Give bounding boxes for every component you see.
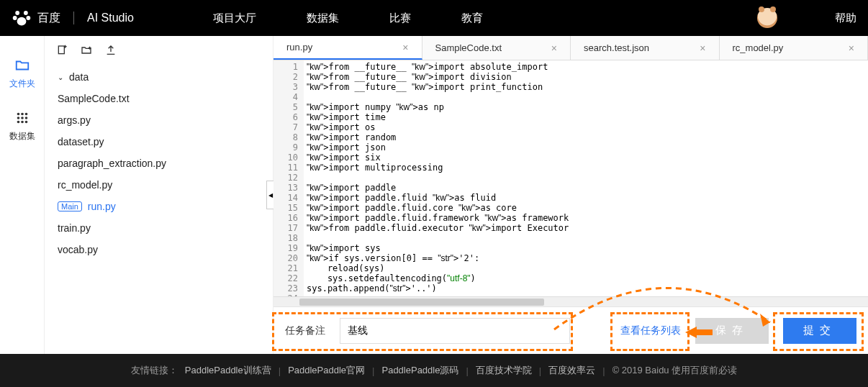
logo-baidu-text: 百度 — [37, 11, 60, 26]
line-gutter: 123456789101112131415161718192021222324 — [273, 60, 304, 296]
svg-point-11 — [17, 121, 19, 124]
logo-studio-text: AI Studio — [87, 12, 134, 24]
svg-point-10 — [24, 117, 27, 119]
tree-file[interactable]: args.py — [45, 109, 273, 131]
close-icon[interactable]: × — [551, 42, 557, 54]
file-tree: ⌄data SampleCode.txt args.py dataset.py … — [45, 63, 273, 263]
tree-file[interactable]: vocab.py — [45, 239, 273, 260]
help-link[interactable]: 帮助 — [835, 12, 856, 25]
file-panel: ⌄data SampleCode.txt args.py dataset.py … — [45, 36, 273, 354]
task-remark-label: 任务备注 — [285, 324, 325, 337]
sidebar-datasets-label: 数据集 — [9, 130, 35, 142]
svg-point-6 — [21, 113, 24, 116]
close-icon[interactable]: × — [849, 42, 854, 54]
svg-point-8 — [17, 117, 19, 119]
nav-competitions[interactable]: 比赛 — [389, 12, 411, 25]
top-nav: 项目大厅 数据集 比赛 教育 — [213, 12, 483, 25]
svg-point-13 — [24, 121, 27, 124]
footer-link[interactable]: PaddlePaddle源码 — [381, 364, 458, 377]
code-editor[interactable]: 123456789101112131415161718192021222324 … — [273, 60, 868, 296]
folder-icon — [14, 58, 30, 73]
task-remark-input[interactable] — [340, 318, 570, 344]
tab-rcmodel[interactable]: rc_model.py× — [720, 36, 869, 60]
horizontal-scrollbar[interactable] — [273, 296, 868, 306]
collapse-panel-handle[interactable]: ◀ — [266, 181, 273, 209]
footer-link[interactable]: 百度技术学院 — [476, 364, 532, 377]
new-file-icon[interactable] — [56, 45, 68, 56]
tab-samplecode[interactable]: SampleCode.txt× — [422, 36, 571, 60]
nav-datasets[interactable]: 数据集 — [307, 12, 339, 25]
tree-file-active[interactable]: Mainrun.py — [45, 196, 273, 217]
svg-point-12 — [21, 121, 24, 124]
tab-run-py[interactable]: run.py× — [273, 36, 422, 60]
logo[interactable]: 百度 AI Studio — [12, 8, 134, 28]
svg-point-0 — [15, 11, 19, 15]
view-task-list-link[interactable]: 查看任务列表 — [620, 324, 681, 337]
dataset-icon — [14, 110, 30, 126]
tree-file[interactable]: train.py — [45, 217, 273, 239]
footer-copyright: © 2019 Baidu 使用百度前必读 — [612, 364, 738, 377]
svg-point-2 — [13, 16, 17, 20]
tree-folder-data[interactable]: ⌄data — [45, 66, 273, 88]
logo-divider — [73, 12, 74, 24]
tree-file[interactable]: dataset.py — [45, 131, 273, 152]
sidebar-datasets[interactable]: 数据集 — [9, 110, 35, 142]
main-area: 文件夹 数据集 ⌄data SampleCode.txt args.py dat… — [0, 36, 868, 354]
tree-file[interactable]: SampleCode.txt — [45, 88, 273, 109]
header-bar: 百度 AI Studio 项目大厅 数据集 比赛 教育 帮助 — [0, 0, 868, 36]
footer: 友情链接： PaddlePaddle训练营| PaddlePaddle官网| P… — [0, 354, 868, 387]
nav-education[interactable]: 教育 — [461, 12, 483, 25]
baidu-paw-icon — [12, 8, 32, 28]
svg-point-4 — [17, 17, 27, 26]
svg-point-3 — [26, 16, 30, 20]
sidebar-files[interactable]: 文件夹 — [9, 58, 35, 90]
tab-search-json[interactable]: search.test.json× — [571, 36, 720, 60]
save-button[interactable]: 保存 — [695, 318, 769, 344]
chevron-down-icon: ⌄ — [58, 73, 63, 81]
nav-projects[interactable]: 项目大厅 — [213, 12, 256, 25]
footer-link[interactable]: 百度效率云 — [548, 364, 595, 377]
editor-tabs: run.py× SampleCode.txt× search.test.json… — [273, 36, 868, 60]
tree-file[interactable]: rc_model.py — [45, 174, 273, 196]
sidebar-files-label: 文件夹 — [9, 78, 35, 90]
upload-icon[interactable] — [105, 45, 117, 56]
new-folder-icon[interactable] — [81, 45, 92, 56]
svg-point-9 — [21, 117, 24, 119]
avatar[interactable] — [757, 8, 777, 28]
task-bar: 任务备注 查看任务列表 保存 提交 — [273, 306, 868, 354]
svg-point-7 — [24, 113, 27, 116]
svg-point-1 — [24, 11, 28, 15]
editor-area: ◀ run.py× SampleCode.txt× search.test.js… — [273, 36, 868, 354]
main-badge: Main — [58, 201, 82, 211]
close-icon[interactable]: × — [700, 42, 705, 54]
close-icon[interactable]: × — [402, 42, 408, 53]
svg-point-5 — [17, 113, 19, 116]
tree-file[interactable]: paragraph_extraction.py — [45, 152, 273, 174]
footer-link[interactable]: PaddlePaddle训练营 — [185, 364, 271, 377]
footer-link[interactable]: PaddlePaddle官网 — [288, 364, 365, 377]
file-toolbar — [45, 45, 273, 63]
svg-rect-14 — [58, 46, 64, 54]
submit-button[interactable]: 提交 — [783, 318, 856, 344]
footer-prefix: 友情链接： — [131, 364, 178, 377]
scrollbar-thumb[interactable] — [299, 299, 544, 306]
code-content[interactable]: "kw">from __future__ "kw">import absolut… — [304, 60, 868, 296]
sidebar-rail: 文件夹 数据集 — [0, 36, 45, 354]
